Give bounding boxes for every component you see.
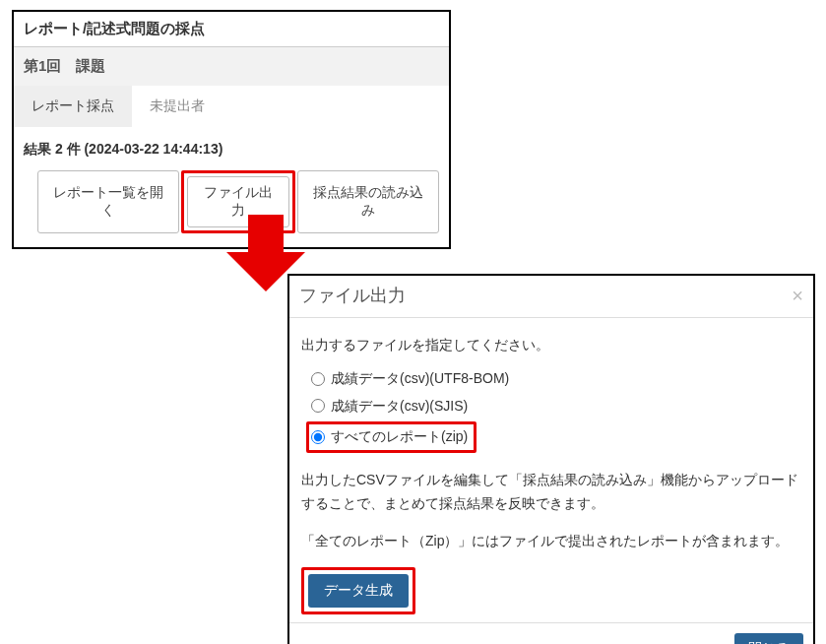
radio-all-zip-highlight: すべてのレポート(zip)	[306, 421, 477, 453]
dialog-note-csv: 出力したCSVファイルを編集して「採点結果の読み込み」機能からアップロードするこ…	[301, 469, 801, 516]
dialog-header: ファイル出力 ×	[289, 276, 813, 318]
results-count: 結果 2 件 (2024-03-22 14:44:13)	[14, 127, 449, 164]
dialog-instruction: 出力するファイルを指定してください。	[301, 334, 801, 357]
radio-csv-sjis-input[interactable]	[311, 399, 325, 413]
grading-panel: レポート/記述式問題の採点 第1回 課題 レポート採点 未提出者 結果 2 件 …	[12, 10, 451, 249]
tab-unsubmitted[interactable]: 未提出者	[132, 86, 222, 127]
file-type-radio-group: 成績データ(csv)(UTF8-BOM) 成績データ(csv)(SJIS) すべ…	[311, 365, 801, 455]
dialog-title: ファイル出力	[299, 284, 406, 307]
generate-button-highlight: データ生成	[301, 567, 415, 614]
assignment-sub-header: 第1回 課題	[14, 47, 449, 86]
open-report-list-button[interactable]: レポート一覧を開く	[37, 170, 179, 233]
dialog-note-zip: 「全てのレポート（Zip）」にはファイルで提出されたレポートが含まれます。	[301, 530, 801, 553]
panel-title: レポート/記述式問題の採点	[14, 12, 449, 47]
dialog-footer: 閉じる	[289, 622, 813, 644]
radio-csv-utf8[interactable]: 成績データ(csv)(UTF8-BOM)	[311, 365, 801, 393]
radio-csv-sjis-label: 成績データ(csv)(SJIS)	[331, 395, 468, 419]
generate-data-button[interactable]: データ生成	[308, 574, 409, 608]
radio-csv-utf8-input[interactable]	[311, 372, 325, 386]
tab-report-grading[interactable]: レポート採点	[14, 86, 132, 127]
dialog-body: 出力するファイルを指定してください。 成績データ(csv)(UTF8-BOM) …	[289, 318, 813, 622]
import-results-button[interactable]: 採点結果の読み込み	[297, 170, 439, 233]
radio-all-zip-input[interactable]	[311, 430, 325, 444]
file-output-dialog: ファイル出力 × 出力するファイルを指定してください。 成績データ(csv)(U…	[287, 274, 815, 644]
close-icon[interactable]: ×	[792, 286, 803, 305]
radio-all-zip-label: すべてのレポート(zip)	[331, 425, 468, 449]
radio-csv-utf8-label: 成績データ(csv)(UTF8-BOM)	[331, 367, 509, 391]
radio-csv-sjis[interactable]: 成績データ(csv)(SJIS)	[311, 393, 801, 420]
close-button[interactable]: 閉じる	[734, 633, 803, 644]
tab-bar: レポート採点 未提出者	[14, 86, 449, 127]
